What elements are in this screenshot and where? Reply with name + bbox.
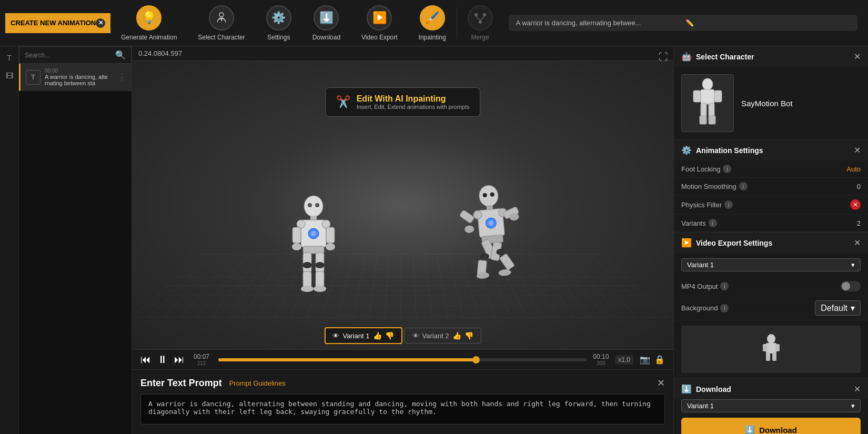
animation-settings-close-button[interactable]: ✕ <box>854 145 861 155</box>
thumbs-up-v1[interactable]: 👍 <box>373 331 382 340</box>
svg-point-8 <box>304 196 323 217</box>
create-new-animation-button[interactable]: CREATE NEW ANIMATION ✕ <box>5 13 110 33</box>
mp4-output-row: MP4 Output i <box>674 277 868 296</box>
nav-merge[interactable]: Merge <box>457 0 503 46</box>
download-variant-select[interactable]: Variant 1 ▾ <box>681 399 861 412</box>
prompt-preview-bar[interactable]: A warrior is dancing, alternating betwee… <box>509 15 857 31</box>
animation-settings-title: Animation Settings <box>696 146 850 155</box>
svg-rect-39 <box>459 210 474 224</box>
nav-inpainting[interactable]: 🖌️ Inpainting <box>408 0 457 46</box>
nav-download-label: Download <box>312 34 340 41</box>
skip-back-button[interactable]: ⏮ <box>140 354 151 366</box>
motion-smoothing-value: 0 <box>857 183 861 190</box>
svg-rect-17 <box>292 227 301 243</box>
animation-item-icon: T <box>26 70 41 85</box>
svg-rect-65 <box>766 352 770 361</box>
nav-video-export[interactable]: ▶️ Video Export <box>351 0 408 46</box>
select-character-close-button[interactable]: ✕ <box>854 52 861 62</box>
download-header-icon: ⬇️ <box>681 384 692 394</box>
prompt-preview-text: A warrior is dancing, alternating betwee… <box>516 19 681 27</box>
character-thumbnail <box>681 74 734 132</box>
svg-point-41 <box>464 225 474 234</box>
prompt-guidelines-link[interactable]: Prompt Guidelines <box>229 379 286 387</box>
video-export-settings-header: ▶️ Video Export Settings ✕ <box>674 233 868 253</box>
svg-rect-59 <box>709 116 715 124</box>
pause-button[interactable]: ⏸ <box>157 354 168 366</box>
nav-generate-animation[interactable]: 💡 Generate Animation <box>110 0 187 46</box>
progress-fill <box>218 358 476 361</box>
variant-tabs: 👁 Variant 1 👍 👎 👁 Variant 2 👍 👎 <box>324 327 481 344</box>
progress-thumb[interactable] <box>472 356 480 364</box>
lock-icon[interactable]: 🔒 <box>654 355 665 365</box>
prompt-close-button[interactable]: ✕ <box>657 377 665 389</box>
merge-icon <box>468 5 493 31</box>
video-export-variant-select[interactable]: Variant 1 ▾ <box>681 258 861 271</box>
video-export-settings-section: ▶️ Video Export Settings ✕ Variant 1 ▾ M… <box>674 233 868 379</box>
svg-line-6 <box>476 16 480 21</box>
chevron-down-icon: ▾ <box>851 261 855 269</box>
video-export-settings-title: Video Export Settings <box>696 239 850 247</box>
inpainting-banner[interactable]: ✂️ Edit With AI Inpainting Insert, Edit,… <box>325 87 481 117</box>
svg-point-14 <box>311 231 316 236</box>
nav-settings[interactable]: ⚙️ Settings <box>256 0 302 46</box>
svg-rect-56 <box>701 103 706 117</box>
inpainting-banner-title: Edit With AI Inpainting <box>357 94 470 104</box>
foot-locking-info-icon[interactable]: i <box>723 165 731 173</box>
animation-settings-section: ⚙️ Animation Settings ✕ Foot Locking i A… <box>674 140 868 233</box>
film-icon[interactable]: 🎞 <box>2 68 17 83</box>
prompt-textarea[interactable]: A warrior is dancing, alternating betwee… <box>140 394 665 425</box>
svg-point-51 <box>498 269 511 276</box>
camera-icon[interactable]: 📷 <box>640 355 650 365</box>
svg-rect-26 <box>303 271 311 287</box>
physics-filter-info-icon[interactable]: i <box>724 200 733 209</box>
search-input[interactable] <box>25 52 112 59</box>
progress-bar[interactable] <box>218 358 587 361</box>
mp4-output-label: MP4 Output i <box>681 282 841 290</box>
svg-point-19 <box>292 243 301 250</box>
inpainting-banner-icon: ✂️ <box>336 95 350 109</box>
svg-point-61 <box>767 334 775 344</box>
download-close-button[interactable]: ✕ <box>854 384 861 394</box>
animation-item-more-icon[interactable]: ⋮ <box>118 72 126 82</box>
playback-bar: ⏮ ⏸ ⏭ 00:07 212 00:10 300 x1.0 📷 🔒 <box>132 349 673 369</box>
variants-info-icon[interactable]: i <box>709 219 717 227</box>
edit-icon: ✏️ <box>685 19 850 27</box>
select-character-header-icon: 🤖 <box>681 52 692 62</box>
physics-filter-error-icon: ✕ <box>850 199 861 210</box>
svg-rect-58 <box>700 116 706 124</box>
foot-locking-value: Auto <box>846 165 861 173</box>
svg-rect-54 <box>693 90 701 102</box>
close-icon[interactable]: ✕ <box>96 18 105 28</box>
video-export-settings-close-button[interactable]: ✕ <box>854 238 861 248</box>
physics-filter-label: Physics Filter i <box>681 200 850 209</box>
nav-generate-label: Generate Animation <box>121 34 177 41</box>
background-info-icon[interactable]: i <box>720 304 729 312</box>
thumbs-down-v1[interactable]: 👎 <box>385 331 394 340</box>
nav-select-character[interactable]: Select Character <box>187 0 255 46</box>
prompt-title: Enter Text Prompt <box>140 378 222 389</box>
end-frame: 300 <box>597 360 605 366</box>
variant-2-tab[interactable]: 👁 Variant 2 👍 👎 <box>405 328 481 344</box>
character-name: SayMotion Bot <box>741 99 793 108</box>
mp4-output-info-icon[interactable]: i <box>720 282 729 290</box>
motion-smoothing-info-icon[interactable]: i <box>739 182 748 190</box>
variants-row: Variants i 2 <box>674 215 868 232</box>
background-select[interactable]: Default ▾ <box>815 300 861 316</box>
download-btn-icon: ⬇️ <box>745 425 755 434</box>
nav-video-export-label: Video Export <box>361 34 398 41</box>
variant-1-tab[interactable]: 👁 Variant 1 👍 👎 <box>324 327 402 344</box>
thumbs-down-v2[interactable]: 👎 <box>465 331 473 340</box>
skip-forward-button[interactable]: ⏭ <box>174 354 185 366</box>
eye-icon: 👁 <box>332 332 339 340</box>
mp4-output-toggle[interactable] <box>841 281 861 291</box>
animation-list-item[interactable]: T 00:00 A warrior is dancing, alternatin… <box>19 64 132 91</box>
character-card: SayMotion Bot <box>674 67 868 139</box>
select-character-title: Select Character <box>696 53 850 61</box>
thumbs-up-v2[interactable]: 👍 <box>452 331 461 340</box>
robot-figure-2 <box>456 181 529 297</box>
text-icon[interactable]: T <box>2 51 17 65</box>
download-button[interactable]: ⬇️ Download <box>681 418 861 434</box>
nav-download[interactable]: ⬇️ Download <box>302 0 351 46</box>
speed-indicator[interactable]: x1.0 <box>615 355 633 365</box>
svg-rect-49 <box>499 254 514 270</box>
